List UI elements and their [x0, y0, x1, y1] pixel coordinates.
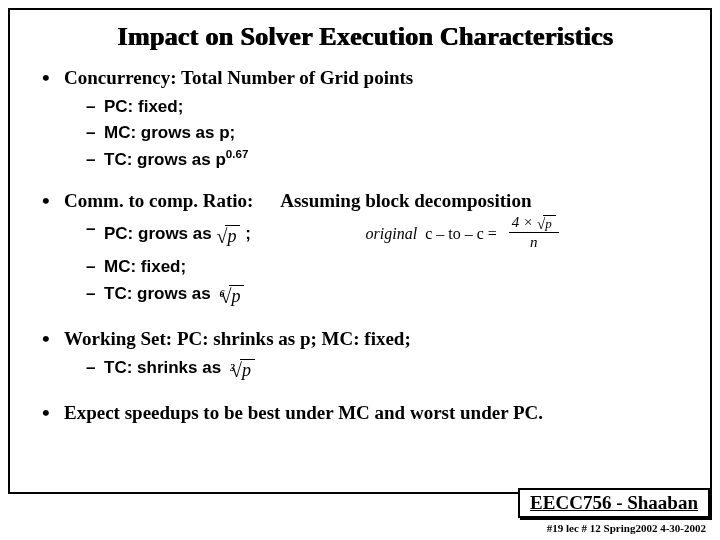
- superscript: 0.67: [226, 148, 248, 160]
- root-index: 3: [230, 362, 235, 373]
- content-frame: Impact on Solver Execution Characteristi…: [8, 8, 712, 494]
- root-icon: 6√p: [215, 282, 244, 311]
- denominator: n: [509, 233, 559, 251]
- root-icon: 3√p: [226, 356, 255, 385]
- bullet-head: Expect speedups to be best under MC and …: [64, 402, 543, 423]
- subitem: PC: grows as √p ; original c – to – c = …: [86, 217, 692, 253]
- footer-box: EECC756 - Shaaban: [518, 488, 710, 518]
- text: ;: [245, 224, 251, 243]
- sqrt-icon: √p: [216, 222, 240, 251]
- subitem: TC: shrinks as 3√p: [86, 356, 692, 385]
- text: TC: grows as p: [104, 150, 226, 169]
- bullet-head-extra: Assuming block decomposition: [280, 190, 531, 211]
- radicand: p: [240, 359, 255, 380]
- radicand: p: [225, 225, 240, 246]
- slide: Impact on Solver Execution Characteristi…: [0, 0, 720, 540]
- bullet-concurrency: Concurrency: Total Number of Grid points…: [38, 66, 692, 173]
- slide-title: Impact on Solver Execution Characteristi…: [38, 22, 692, 52]
- bullet-list: Concurrency: Total Number of Grid points…: [38, 66, 692, 425]
- subitem: TC: grows as p0.67: [86, 148, 692, 173]
- root-index: 6: [219, 288, 224, 299]
- footer-meta: #19 lec # 12 Spring2002 4-30-2002: [547, 522, 706, 534]
- bullet-head: Working Set: PC: shrinks as p; MC: fixed…: [64, 328, 411, 349]
- text: PC: grows as: [104, 224, 212, 243]
- text: 4 ×: [512, 214, 533, 230]
- bullet-head: Comm. to comp. Ratio:: [64, 190, 253, 211]
- numerator: 4 × √p: [509, 215, 559, 233]
- sub-list: TC: shrinks as 3√p: [64, 356, 692, 385]
- text: TC: shrinks as: [104, 358, 221, 377]
- radicand: p: [543, 215, 556, 231]
- subitem: PC: fixed;: [86, 95, 692, 120]
- subitem: MC: grows as p;: [86, 121, 692, 146]
- bullet-working-set: Working Set: PC: shrinks as p; MC: fixed…: [38, 327, 692, 385]
- subitem: MC: fixed;: [86, 255, 692, 280]
- text: original: [366, 225, 418, 242]
- sub-list: PC: fixed; MC: grows as p; TC: grows as …: [64, 95, 692, 173]
- radicand: p: [229, 285, 244, 306]
- subitem: TC: grows as 6√p: [86, 282, 692, 311]
- bullet-head-row: Comm. to comp. Ratio: Assuming block dec…: [64, 190, 531, 211]
- text: TC: grows as: [104, 284, 211, 303]
- bullet-comm-ratio: Comm. to comp. Ratio: Assuming block dec…: [38, 189, 692, 311]
- text: c – to – c =: [425, 225, 497, 242]
- course-label: EECC756 - Shaaban: [530, 492, 698, 513]
- formula: original c – to – c = 4 × √p n: [366, 225, 559, 242]
- bullet-expect: Expect speedups to be best under MC and …: [38, 401, 692, 426]
- sqrt-icon: √p: [537, 217, 556, 232]
- bullet-head: Concurrency: Total Number of Grid points: [64, 67, 413, 88]
- sub-list: PC: grows as √p ; original c – to – c = …: [64, 217, 692, 311]
- fraction: 4 × √p n: [509, 215, 559, 251]
